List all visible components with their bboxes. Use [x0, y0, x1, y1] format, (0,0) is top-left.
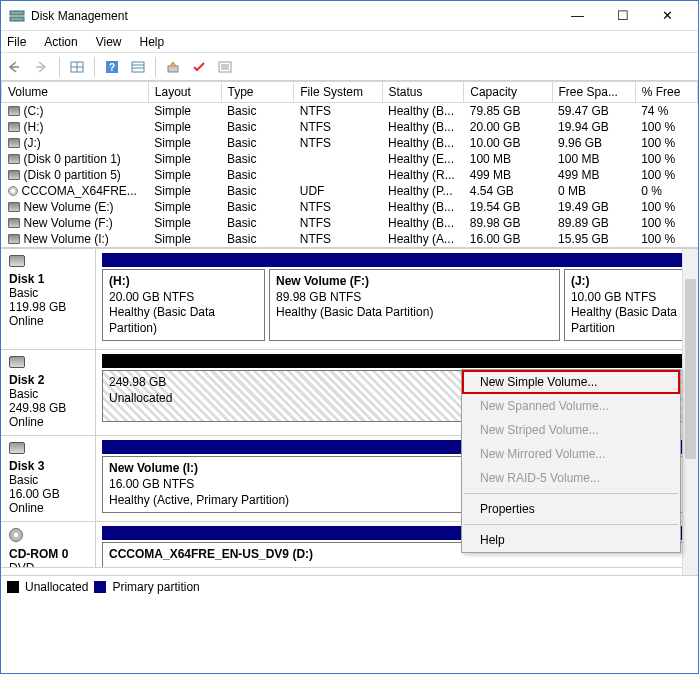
- cell-status: Healthy (B...: [382, 199, 464, 215]
- column-header[interactable]: Status: [382, 82, 464, 103]
- cell-fs: NTFS: [294, 199, 382, 215]
- disk-row: Disk 1Basic119.98 GBOnline(H:)20.00 GB N…: [1, 249, 698, 350]
- partition[interactable]: (J:)10.00 GB NTFSHealthy (Basic Data Par…: [564, 269, 692, 341]
- cell-type: Basic: [221, 151, 294, 167]
- cell-cap: 10.00 GB: [464, 135, 552, 151]
- volume-row[interactable]: (J:)SimpleBasicNTFSHealthy (B...10.00 GB…: [2, 135, 698, 151]
- ctx-new-simple-volume[interactable]: New Simple Volume...: [462, 370, 680, 394]
- partition[interactable]: New Volume (F:)89.98 GB NTFSHealthy (Bas…: [269, 269, 560, 341]
- volume-row[interactable]: (C:)SimpleBasicNTFSHealthy (B...79.85 GB…: [2, 103, 698, 120]
- column-header[interactable]: Type: [221, 82, 294, 103]
- toolbar: ?: [1, 53, 698, 81]
- disk-icon: [8, 218, 20, 228]
- disk-icon: [8, 202, 20, 212]
- disk-label[interactable]: Disk 3Basic16.00 GBOnline: [1, 436, 96, 521]
- cell-cap: 20.00 GB: [464, 119, 552, 135]
- cell-status: Healthy (R...: [382, 167, 464, 183]
- cell-cap: 79.85 GB: [464, 103, 552, 120]
- menu-action[interactable]: Action: [44, 35, 77, 49]
- disk-label[interactable]: Disk 1Basic119.98 GBOnline: [1, 249, 96, 349]
- maximize-button[interactable]: ☐: [600, 1, 645, 30]
- disk-state: Online: [9, 501, 44, 515]
- disk-label[interactable]: CD-ROM 0DVD: [1, 522, 96, 567]
- volume-row[interactable]: (Disk 0 partition 1)SimpleBasicHealthy (…: [2, 151, 698, 167]
- cell-status: Healthy (A...: [382, 231, 464, 247]
- column-header[interactable]: Free Spa...: [552, 82, 635, 103]
- cell-free: 499 MB: [552, 167, 635, 183]
- vertical-scrollbar[interactable]: [682, 249, 698, 575]
- check-icon[interactable]: [188, 56, 210, 78]
- volume-name: (H:): [24, 120, 44, 134]
- cell-type: Basic: [221, 119, 294, 135]
- titlebar: Disk Management — ☐ ✕: [1, 1, 698, 31]
- disk-size: 249.98 GB: [9, 401, 66, 415]
- volume-row[interactable]: New Volume (E:)SimpleBasicNTFSHealthy (B…: [2, 199, 698, 215]
- volume-row[interactable]: (H:)SimpleBasicNTFSHealthy (B...20.00 GB…: [2, 119, 698, 135]
- cell-free: 0 MB: [552, 183, 635, 199]
- minimize-button[interactable]: —: [555, 1, 600, 30]
- disk-icon: [8, 106, 20, 116]
- volume-row[interactable]: (Disk 0 partition 5)SimpleBasicHealthy (…: [2, 167, 698, 183]
- disk-size: 119.98 GB: [9, 300, 66, 314]
- cell-cap: 100 MB: [464, 151, 552, 167]
- column-header[interactable]: Capacity: [464, 82, 552, 103]
- disk-type: Basic: [9, 473, 38, 487]
- cell-layout: Simple: [148, 151, 221, 167]
- disk-label[interactable]: Disk 2Basic249.98 GBOnline: [1, 350, 96, 435]
- cell-fs: NTFS: [294, 103, 382, 120]
- ctx-help[interactable]: Help: [462, 528, 680, 552]
- disk-management-window: Disk Management — ☐ ✕ File Action View H…: [0, 0, 699, 674]
- cell-free: 59.47 GB: [552, 103, 635, 120]
- ctx-properties[interactable]: Properties: [462, 497, 680, 521]
- menu-view[interactable]: View: [96, 35, 122, 49]
- cell-type: Basic: [221, 199, 294, 215]
- disk-icon: [9, 255, 25, 267]
- settings-list-icon[interactable]: [127, 56, 149, 78]
- disk-icon: [9, 442, 25, 454]
- cell-layout: Simple: [148, 215, 221, 231]
- cell-cap: 499 MB: [464, 167, 552, 183]
- column-header[interactable]: Volume: [2, 82, 149, 103]
- partition-size: 89.98 GB NTFS: [276, 290, 553, 306]
- help-icon[interactable]: ?: [101, 56, 123, 78]
- disk-graphical-view: Disk 1Basic119.98 GBOnline(H:)20.00 GB N…: [1, 247, 698, 597]
- forward-button[interactable]: [31, 56, 53, 78]
- column-header[interactable]: Layout: [148, 82, 221, 103]
- cell-layout: Simple: [148, 103, 221, 120]
- cell-pct: 100 %: [635, 119, 697, 135]
- cell-free: 89.89 GB: [552, 215, 635, 231]
- partition-title: New Volume (F:): [276, 274, 553, 290]
- cell-fs: NTFS: [294, 215, 382, 231]
- column-header[interactable]: % Free: [635, 82, 697, 103]
- ctx-new-striped-volume: New Striped Volume...: [462, 418, 680, 442]
- back-button[interactable]: [5, 56, 27, 78]
- svg-rect-1: [10, 17, 24, 21]
- volume-row[interactable]: CCCOMA_X64FRE...SimpleBasicUDFHealthy (P…: [2, 183, 698, 199]
- legend-unallocated: Unallocated: [25, 580, 88, 594]
- cell-type: Basic: [221, 183, 294, 199]
- column-header[interactable]: File System: [294, 82, 382, 103]
- ctx-new-spanned-volume: New Spanned Volume...: [462, 394, 680, 418]
- partition-size: 20.00 GB NTFS: [109, 290, 258, 306]
- volume-row[interactable]: New Volume (F:)SimpleBasicNTFSHealthy (B…: [2, 215, 698, 231]
- menu-file[interactable]: File: [7, 35, 26, 49]
- partition[interactable]: (H:)20.00 GB NTFSHealthy (Basic Data Par…: [102, 269, 265, 341]
- menu-help[interactable]: Help: [140, 35, 165, 49]
- volume-row[interactable]: New Volume (I:)SimpleBasicNTFSHealthy (A…: [2, 231, 698, 247]
- cell-fs: NTFS: [294, 231, 382, 247]
- volume-name: New Volume (I:): [24, 232, 109, 246]
- cell-fs: NTFS: [294, 135, 382, 151]
- cell-cap: 19.54 GB: [464, 199, 552, 215]
- view-grid-icon[interactable]: [66, 56, 88, 78]
- disk-type: DVD: [9, 561, 34, 568]
- partition-status: Healthy (Basic Data Partition): [109, 305, 258, 336]
- cell-pct: 74 %: [635, 103, 697, 120]
- cell-pct: 100 %: [635, 167, 697, 183]
- close-button[interactable]: ✕: [645, 1, 690, 30]
- cell-free: 19.49 GB: [552, 199, 635, 215]
- window-title: Disk Management: [31, 9, 555, 23]
- svg-rect-0: [10, 11, 24, 15]
- volume-name: New Volume (F:): [24, 216, 113, 230]
- list-icon[interactable]: [214, 56, 236, 78]
- refresh-icon[interactable]: [162, 56, 184, 78]
